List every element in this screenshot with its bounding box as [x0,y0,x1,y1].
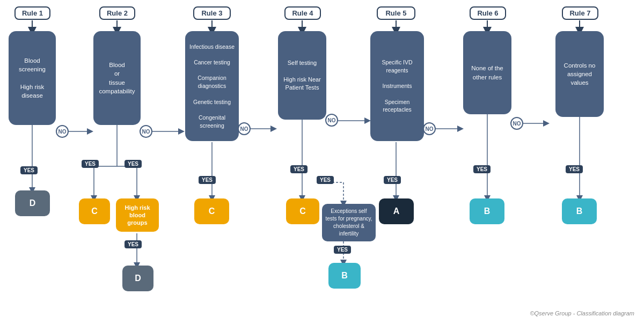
rule4-label: Rule 4 [284,6,321,20]
rule3-no-circle: NO [238,122,251,135]
rule7-yes-badge: YES [566,165,583,173]
rule4-no-circle: NO [325,114,338,127]
rule3-result-c: C [194,198,229,224]
rule2-no-circle: NO [140,125,152,138]
rule4-result-b: B [328,263,361,289]
rule3-yes-badge: YES [199,176,216,184]
rule5-condition: Specific IVD reagentsInstrumentsSpecimen… [370,31,424,141]
rule5-label: Rule 5 [377,6,415,20]
rule4-yes-dashed-badge: YES [317,176,334,184]
rule1-no-circle: NO [56,125,69,138]
rule7-result-b: B [562,198,597,224]
rule3-label: Rule 3 [193,6,231,20]
rule6-label: Rule 6 [470,6,506,20]
rule2-condition: Bloodortissue compatability [93,31,141,125]
rule4-exception-box: Exceptions self tests for pregnancy, cho… [322,204,376,241]
rule5-yes-badge: YES [384,176,401,184]
copyright-text: ©Qserve Group - Classification diagram [530,310,634,316]
rule4-yes-badge: YES [290,165,308,173]
rule6-result-b: B [470,198,504,224]
rule2-subbox-blood: High risk blood groups [116,198,159,232]
rule6-condition: None of the other rules [463,31,511,114]
rule1-label: Rule 1 [14,6,50,20]
rule1-result-d: D [15,190,50,216]
rule2-result-c: C [79,198,110,224]
rule4-yes-exception: YES [334,246,351,254]
rule3-condition: Infectious diseaseCancer testingCompanio… [185,31,239,141]
rule2-label: Rule 2 [99,6,135,20]
rule1-yes-badge: YES [20,166,38,174]
rule4-result-c: C [286,198,319,224]
rule7-label: Rule 7 [562,6,598,20]
rule5-no-circle: NO [423,122,436,135]
rule2-yes-badge-left: YES [82,160,99,168]
rule4-condition: Self testingHigh risk Near Patient Tests [278,31,326,120]
rule2-yes-badge-right: YES [125,160,142,168]
rule2-yes-badge-sub: YES [125,240,142,248]
rule2-result-d: D [122,266,153,291]
rule1-condition: Blood screeningHigh risk disease [9,31,56,125]
rule5-result-a: A [379,198,414,224]
rule7-condition: Controls no assigned values [555,31,604,117]
rule6-yes-badge: YES [473,165,491,173]
rule6-no-circle: NO [510,117,523,130]
diagram: Rule 1 Blood screeningHigh risk disease … [0,0,644,324]
